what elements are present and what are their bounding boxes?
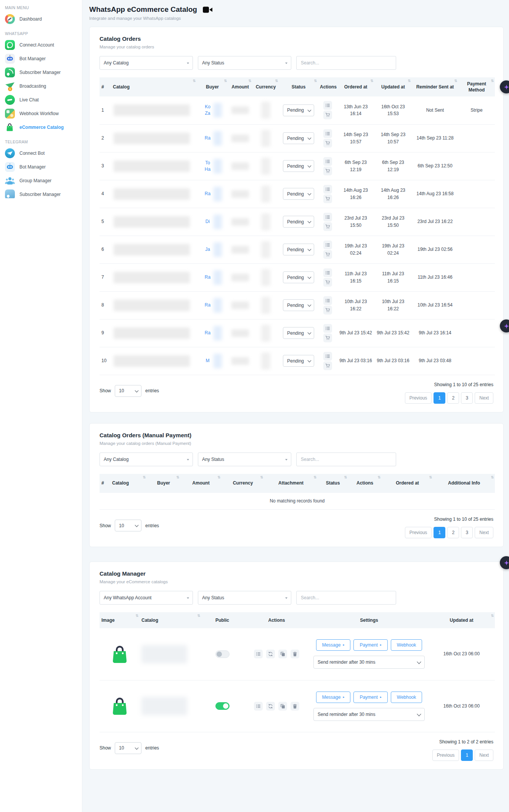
sidebar-item-ecommerce-catalog[interactable]: eCommerce Catalog	[0, 120, 82, 134]
order-cart-button[interactable]	[323, 111, 332, 119]
sort-icon[interactable]: ⇅	[260, 475, 263, 480]
delete-catalog-button[interactable]	[291, 650, 299, 658]
order-cart-button[interactable]	[323, 250, 332, 259]
buyer-link[interactable]: Di	[203, 218, 212, 225]
search-input[interactable]	[296, 453, 396, 466]
sort-icon[interactable]: ⇅	[193, 79, 196, 83]
sync-catalog-button[interactable]	[266, 650, 275, 658]
webhook-settings-button[interactable]: Webhook	[391, 639, 422, 651]
order-details-button[interactable]	[323, 296, 332, 305]
page-2-button[interactable]: 2	[447, 527, 459, 538]
sort-icon[interactable]: ⇅	[408, 79, 411, 83]
next-page-button[interactable]: Next	[475, 392, 493, 404]
sidebar-item-tg-subscriber-manager[interactable]: Subscriber Manager	[0, 188, 82, 198]
sort-icon[interactable]: ⇅	[454, 79, 457, 83]
sidebar-item-subscriber-manager[interactable]: Subscriber Manager	[0, 66, 82, 79]
sort-icon[interactable]: ⇅	[370, 79, 373, 83]
buyer-link[interactable]: Ja	[203, 246, 212, 253]
catalog-filter-select[interactable]: Any Catalog	[100, 453, 193, 466]
public-toggle[interactable]	[215, 650, 230, 658]
catalog-items-button[interactable]	[254, 702, 263, 711]
order-details-button[interactable]	[323, 268, 332, 277]
status-filter-select[interactable]: Any Status	[198, 56, 291, 70]
payment-settings-button[interactable]: Payment▸	[353, 692, 387, 703]
sort-icon[interactable]: ⇅	[197, 613, 200, 618]
sort-icon[interactable]: ⇅	[135, 613, 138, 618]
sort-icon[interactable]: ⇅	[275, 79, 278, 83]
sort-icon[interactable]: ⇅	[248, 79, 251, 83]
webhook-settings-button[interactable]: Webhook	[391, 692, 422, 703]
sidebar-item-bot-manager[interactable]: Bot Manager	[0, 52, 82, 66]
buyer-link[interactable]: Ra	[203, 274, 212, 281]
sort-icon[interactable]: ⇅	[377, 475, 381, 480]
status-filter-select[interactable]: Any Status	[198, 591, 291, 605]
page-3-button[interactable]: 3	[461, 527, 473, 538]
order-details-button[interactable]	[323, 324, 332, 333]
sort-icon[interactable]: ⇅	[217, 475, 220, 480]
page-2-button[interactable]: 2	[447, 392, 459, 404]
order-status-select[interactable]: Pending	[283, 271, 314, 283]
page-size-select[interactable]: 10	[115, 520, 141, 531]
order-details-button[interactable]	[323, 185, 332, 194]
account-filter-select[interactable]: Any WhatsApp Account	[100, 591, 193, 605]
order-status-select[interactable]: Pending	[283, 299, 314, 311]
catalog-items-button[interactable]	[254, 650, 263, 658]
buyer-link[interactable]: Ko Za	[203, 104, 212, 117]
order-cart-button[interactable]	[323, 194, 332, 203]
order-cart-button[interactable]	[323, 222, 332, 231]
next-page-button[interactable]: Next	[475, 527, 493, 538]
order-cart-button[interactable]	[323, 306, 332, 315]
sort-icon[interactable]: ⇅	[143, 475, 146, 480]
page-size-select[interactable]: 10	[115, 742, 141, 754]
sort-icon[interactable]: ⇅	[176, 475, 179, 480]
sidebar-item-webhook-workflow[interactable]: Webhook Workflow	[0, 107, 82, 120]
sync-catalog-button[interactable]	[266, 702, 275, 711]
order-status-select[interactable]: Pending	[283, 327, 314, 339]
order-status-select[interactable]: Pending	[283, 216, 314, 228]
sidebar-item-dashboard[interactable]: Dashboard	[0, 12, 82, 26]
copy-catalog-button[interactable]	[278, 702, 287, 711]
order-status-select[interactable]: Pending	[283, 104, 314, 116]
previous-page-button[interactable]: Previous	[432, 749, 459, 761]
sidebar-item-connect-account[interactable]: Connect Account	[0, 38, 82, 52]
order-cart-button[interactable]	[323, 334, 332, 342]
buyer-link[interactable]: Ra	[203, 302, 212, 308]
message-settings-button[interactable]: Message▸	[316, 639, 351, 651]
order-cart-button[interactable]	[323, 167, 332, 175]
status-filter-select[interactable]: Any Status	[198, 453, 291, 466]
order-details-button[interactable]	[323, 157, 332, 166]
buyer-link[interactable]: Ra	[203, 135, 212, 141]
sort-icon[interactable]: ⇅	[491, 475, 494, 480]
order-details-button[interactable]	[323, 213, 332, 221]
buyer-link[interactable]: To Ha	[203, 160, 212, 173]
previous-page-button[interactable]: Previous	[405, 527, 432, 538]
page-1-button[interactable]: 1	[461, 749, 473, 761]
order-status-select[interactable]: Pending	[283, 188, 314, 200]
search-input[interactable]	[296, 56, 396, 70]
order-details-button[interactable]	[323, 241, 332, 249]
sort-icon[interactable]: ⇅	[491, 79, 494, 83]
sidebar-item-live-chat[interactable]: Live Chat	[0, 93, 82, 107]
sidebar-item-broadcasting[interactable]: Broadcasting	[0, 79, 82, 93]
order-cart-button[interactable]	[323, 361, 332, 370]
previous-page-button[interactable]: Previous	[405, 392, 432, 404]
page-1-button[interactable]: 1	[434, 527, 445, 538]
video-camera-icon[interactable]	[203, 6, 213, 13]
copy-catalog-button[interactable]	[278, 650, 287, 658]
order-details-button[interactable]	[323, 129, 332, 138]
order-status-select[interactable]: Pending	[283, 244, 314, 255]
order-status-select[interactable]: Pending	[283, 160, 314, 172]
reminder-select[interactable]: Send reminder after 30 mins	[313, 656, 425, 669]
public-toggle[interactable]	[215, 702, 230, 710]
sidebar-item-tg-bot-manager[interactable]: Bot Manager	[0, 160, 82, 174]
page-3-button[interactable]: 3	[461, 392, 473, 404]
buyer-link[interactable]: M	[203, 358, 212, 364]
page-size-select[interactable]: 10	[115, 385, 141, 397]
reminder-select[interactable]: Send reminder after 30 mins	[313, 708, 425, 721]
page-1-button[interactable]: 1	[434, 392, 445, 404]
message-settings-button[interactable]: Message▸	[316, 692, 351, 703]
sort-icon[interactable]: ⇅	[314, 79, 317, 83]
sort-icon[interactable]: ⇅	[224, 79, 227, 83]
buyer-link[interactable]: Ra	[203, 191, 212, 197]
buyer-link[interactable]: Ra	[203, 330, 212, 336]
